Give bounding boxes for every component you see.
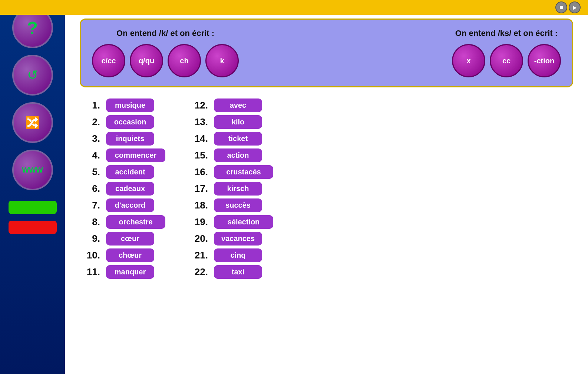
- word-number: 8.: [80, 216, 100, 228]
- word-row: 11.manquer: [80, 265, 165, 279]
- word-number: 6.: [80, 183, 100, 194]
- navigate-button[interactable]: 🔀: [12, 102, 53, 143]
- green-bar[interactable]: [9, 201, 57, 214]
- word-tag[interactable]: chœur: [106, 248, 154, 262]
- word-tag[interactable]: manquer: [106, 265, 154, 279]
- word-number: 4.: [80, 150, 100, 161]
- stop-icon: ⏹: [559, 4, 564, 10]
- play-button[interactable]: ▶: [569, 1, 581, 13]
- word-number: 1.: [80, 100, 100, 111]
- question-icon: ?: [27, 18, 38, 38]
- word-row: 4.commencer: [80, 148, 165, 162]
- word-number: 9.: [80, 233, 100, 244]
- right-header-section: On entend /ks/ et on écrit : xcc-ction: [452, 29, 561, 77]
- right-header-title: On entend /ks/ et on écrit :: [455, 29, 558, 38]
- word-row: 8.orchestre: [80, 215, 165, 229]
- stop-button[interactable]: ⏹: [555, 1, 567, 13]
- red-bar[interactable]: [9, 221, 57, 234]
- word-row: 20.vacances: [188, 232, 273, 246]
- sound-btn-cc[interactable]: cc: [490, 44, 523, 77]
- word-row: 2.occasion: [80, 115, 165, 129]
- word-tag[interactable]: action: [214, 148, 262, 162]
- sound-btn-q-qu[interactable]: q/qu: [130, 44, 163, 77]
- right-header-buttons: xcc-ction: [452, 44, 561, 77]
- www-icon: WWW: [22, 166, 43, 174]
- word-number: 10.: [80, 250, 100, 261]
- word-number: 17.: [188, 183, 208, 194]
- sign-icon: 🔀: [25, 116, 40, 130]
- word-row: 19.sélection: [188, 215, 273, 229]
- word-tag[interactable]: taxi: [214, 265, 262, 279]
- word-tag[interactable]: kilo: [214, 115, 262, 129]
- sound-btn-ction[interactable]: -ction: [528, 44, 561, 77]
- word-number: 2.: [80, 116, 100, 128]
- word-number: 3.: [80, 133, 100, 144]
- word-row: 13.kilo: [188, 115, 273, 129]
- word-row: 21.cinq: [188, 248, 273, 262]
- refresh-button[interactable]: ↺: [12, 55, 53, 96]
- word-row: 22.taxi: [188, 265, 273, 279]
- left-header-section: On entend /k/ et on écrit : c/ccq/quchk: [92, 29, 239, 77]
- word-tag[interactable]: accident: [106, 165, 154, 179]
- header-box: On entend /k/ et on écrit : c/ccq/quchk …: [80, 19, 573, 87]
- word-row: 18.succès: [188, 198, 273, 212]
- sound-btn-ch[interactable]: ch: [168, 44, 201, 77]
- left-header-title: On entend /k/ et on écrit :: [116, 29, 214, 38]
- www-button[interactable]: WWW: [12, 150, 53, 190]
- word-number: 22.: [188, 266, 208, 278]
- word-tag[interactable]: sélection: [214, 215, 273, 229]
- word-lists: 1.musique2.occasion3.inquiets4.commencer…: [80, 98, 573, 279]
- sidebar: ? ↺ 🔀 WWW: [0, 0, 65, 374]
- word-row: 9.cœur: [80, 232, 165, 246]
- word-number: 16.: [188, 166, 208, 178]
- word-tag[interactable]: crustacés: [214, 165, 273, 179]
- word-number: 19.: [188, 216, 208, 228]
- left-header-buttons: c/ccq/quchk: [92, 44, 239, 77]
- word-row: 14.ticket: [188, 132, 273, 146]
- word-number: 11.: [80, 266, 100, 278]
- refresh-icon: ↺: [27, 67, 38, 83]
- word-tag[interactable]: avec: [214, 98, 262, 112]
- word-number: 18.: [188, 200, 208, 211]
- word-tag[interactable]: cinq: [214, 248, 262, 262]
- sound-btn-x[interactable]: x: [452, 44, 485, 77]
- word-row: 5.accident: [80, 165, 165, 179]
- word-tag[interactable]: cadeaux: [106, 182, 154, 196]
- word-row: 15.action: [188, 148, 273, 162]
- sound-btn-c-cc[interactable]: c/cc: [92, 44, 125, 77]
- word-number: 15.: [188, 150, 208, 161]
- word-column-right: 12.avec13.kilo14.ticket15.action16.crust…: [188, 98, 273, 279]
- word-number: 13.: [188, 116, 208, 128]
- word-number: 14.: [188, 133, 208, 144]
- play-icon: ▶: [573, 4, 577, 10]
- top-bar: ⏹ ▶: [0, 0, 588, 15]
- word-row: 17.kirsch: [188, 182, 273, 196]
- word-tag[interactable]: vacances: [214, 232, 262, 246]
- word-number: 20.: [188, 233, 208, 244]
- word-row: 3.inquiets: [80, 132, 165, 146]
- word-column-left: 1.musique2.occasion3.inquiets4.commencer…: [80, 98, 165, 279]
- sound-btn-k[interactable]: k: [205, 44, 239, 77]
- word-tag[interactable]: inquiets: [106, 132, 154, 146]
- word-row: 16.crustacés: [188, 165, 273, 179]
- word-row: 12.avec: [188, 98, 273, 112]
- word-tag[interactable]: d'accord: [106, 198, 154, 212]
- main-content: On entend /k/ et on écrit : c/ccq/quchk …: [65, 0, 588, 374]
- word-tag[interactable]: musique: [106, 98, 154, 112]
- word-number: 21.: [188, 250, 208, 261]
- word-tag[interactable]: occasion: [106, 115, 154, 129]
- word-number: 5.: [80, 166, 100, 178]
- top-controls: ⏹ ▶: [555, 1, 581, 13]
- word-row: 7.d'accord: [80, 198, 165, 212]
- word-tag[interactable]: succès: [214, 198, 262, 212]
- word-row: 10.chœur: [80, 248, 165, 262]
- word-tag[interactable]: orchestre: [106, 215, 165, 229]
- word-number: 12.: [188, 100, 208, 111]
- word-tag[interactable]: ticket: [214, 132, 262, 146]
- word-number: 7.: [80, 200, 100, 211]
- word-tag[interactable]: kirsch: [214, 182, 262, 196]
- word-row: 1.musique: [80, 98, 165, 112]
- word-tag[interactable]: commencer: [106, 148, 165, 162]
- word-row: 6.cadeaux: [80, 182, 165, 196]
- word-tag[interactable]: cœur: [106, 232, 154, 246]
